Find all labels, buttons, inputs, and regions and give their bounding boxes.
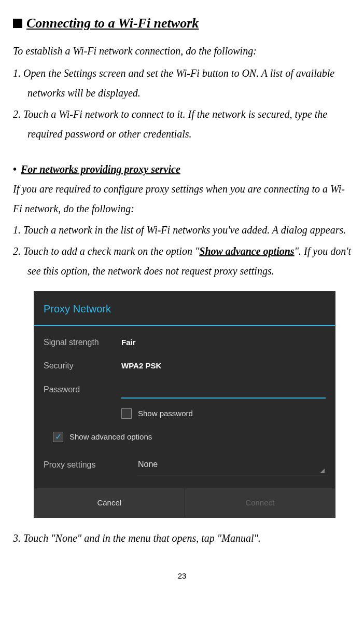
proxy-step-2-bold: Show advance options xyxy=(199,245,294,257)
show-advanced-checkbox[interactable]: ✓ xyxy=(53,432,63,442)
proxy-intro: If you are required to configure proxy s… xyxy=(13,179,351,218)
intro-text: To establish a Wi-Fi network connection,… xyxy=(13,41,351,61)
security-label: Security xyxy=(44,358,121,374)
signal-value: Fair xyxy=(121,335,136,350)
proxy-step-2: 2. Touch to add a check mark on the opti… xyxy=(13,241,351,281)
show-password-checkbox[interactable] xyxy=(121,408,132,419)
proxy-step-1: 1. Touch a network in the list of Wi-Fi … xyxy=(13,220,351,240)
security-row: Security WPA2 PSK xyxy=(44,354,326,377)
proxy-settings-label: Proxy settings xyxy=(44,457,121,473)
subheading-row: • For networks providing proxy service xyxy=(13,159,351,179)
show-advanced-row[interactable]: ✓ Show advanced options xyxy=(53,426,326,449)
step-2: 2. Touch a Wi-Fi network to connect to i… xyxy=(13,104,351,144)
main-heading: Connecting to a Wi-Fi network xyxy=(26,10,199,36)
step-1: 1. Open the Settings screen and set the … xyxy=(13,63,351,103)
subheading: For networks providing proxy service xyxy=(21,159,180,179)
signal-label: Signal strength xyxy=(44,335,121,350)
cancel-button[interactable]: Cancel xyxy=(34,488,185,518)
dot-bullet-icon: • xyxy=(13,159,17,179)
signal-row: Signal strength Fair xyxy=(44,331,326,354)
proxy-settings-value: None xyxy=(138,457,158,472)
password-row: Password xyxy=(44,377,326,402)
proxy-settings-spinner[interactable]: None xyxy=(137,455,326,475)
page-number: 23 xyxy=(13,569,351,584)
show-password-label: Show password xyxy=(138,406,193,421)
proxy-dialog: Proxy Network Signal strength Fair Secur… xyxy=(34,291,335,518)
show-advanced-label: Show advanced options xyxy=(69,430,152,445)
dialog-title: Proxy Network xyxy=(34,292,335,326)
proxy-step-3: 3. Touch "None" and in the menu that ope… xyxy=(13,528,351,548)
dialog-button-bar: Cancel Connect xyxy=(34,488,335,518)
proxy-settings-row: Proxy settings None xyxy=(44,448,326,478)
spinner-triangle-icon xyxy=(320,469,325,473)
password-input[interactable] xyxy=(121,381,326,399)
connect-button[interactable]: Connect xyxy=(185,488,335,518)
show-password-row[interactable]: Show password xyxy=(121,402,326,426)
checkmark-icon: ✓ xyxy=(55,433,62,441)
proxy-step-2-prefix: 2. Touch to add a check mark on the opti… xyxy=(13,245,199,257)
square-bullet-icon xyxy=(13,19,22,28)
heading-row: Connecting to a Wi-Fi network xyxy=(13,10,351,36)
security-value: WPA2 PSK xyxy=(121,359,161,374)
dialog-body: Signal strength Fair Security WPA2 PSK P… xyxy=(34,326,335,487)
password-label: Password xyxy=(44,382,121,397)
